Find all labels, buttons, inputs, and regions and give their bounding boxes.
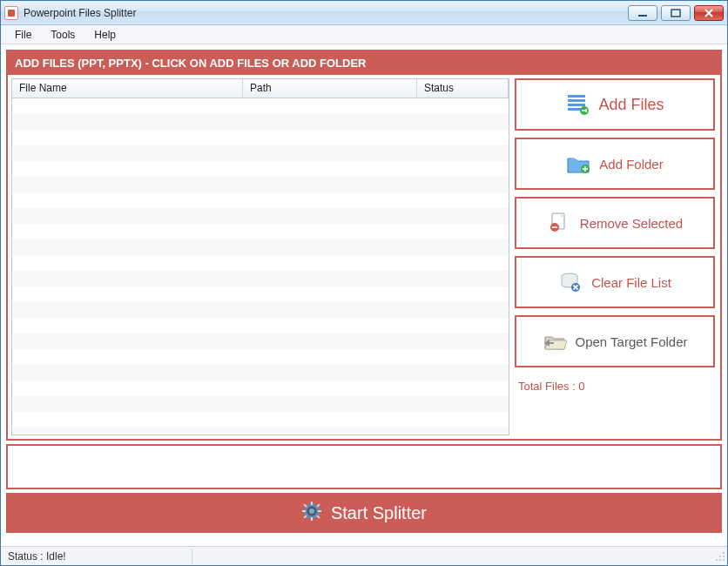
svg-rect-24 xyxy=(302,510,306,512)
close-button[interactable] xyxy=(694,5,724,21)
svg-point-34 xyxy=(723,556,725,557)
column-path[interactable]: Path xyxy=(243,79,417,98)
app-icon xyxy=(4,6,18,20)
instruction-banner: ADD FILES (PPT, PPTX) - CLICK ON ADD FIL… xyxy=(8,51,720,75)
svg-rect-22 xyxy=(311,502,313,505)
start-splitter-label: Start Splitter xyxy=(331,503,427,523)
column-filename[interactable]: File Name xyxy=(12,79,243,98)
svg-point-32 xyxy=(723,552,725,554)
clear-list-button[interactable]: Clear File List xyxy=(515,256,715,308)
add-files-icon xyxy=(565,93,590,116)
clear-list-label: Clear File List xyxy=(591,275,671,290)
grid-body[interactable] xyxy=(12,98,509,435)
main-panel: ADD FILES (PPT, PPTX) - CLICK ON ADD FIL… xyxy=(6,50,722,441)
menu-help[interactable]: Help xyxy=(85,27,125,43)
file-grid[interactable]: File Name Path Status xyxy=(11,78,509,435)
start-splitter-button[interactable]: Start Splitter xyxy=(6,493,722,533)
window-title: Powerpoint Files Splitter xyxy=(24,7,136,19)
svg-rect-4 xyxy=(568,95,585,98)
spacer-panel xyxy=(6,444,722,489)
workarea: File Name Path Status Add Files xyxy=(8,75,720,439)
add-folder-button[interactable]: Add Folder xyxy=(515,138,715,190)
svg-point-31 xyxy=(309,509,314,514)
minimize-icon xyxy=(637,9,648,17)
add-folder-icon xyxy=(566,153,590,174)
svg-rect-25 xyxy=(318,510,321,512)
open-target-label: Open Target Folder xyxy=(576,334,688,349)
grid-header: File Name Path Status xyxy=(12,79,509,98)
remove-selected-icon xyxy=(547,212,571,234)
svg-rect-1 xyxy=(671,10,680,17)
svg-rect-0 xyxy=(638,15,647,17)
svg-rect-6 xyxy=(568,104,585,106)
open-target-button[interactable]: Open Target Folder xyxy=(515,315,715,367)
column-status[interactable]: Status xyxy=(417,79,509,98)
menu-tools[interactable]: Tools xyxy=(42,27,84,43)
svg-point-37 xyxy=(723,559,725,561)
add-files-button[interactable]: Add Files xyxy=(515,78,715,131)
remove-selected-button[interactable]: Remove Selected xyxy=(515,197,715,249)
gear-icon xyxy=(301,501,322,526)
svg-rect-23 xyxy=(311,517,313,521)
close-icon xyxy=(704,9,714,17)
svg-point-35 xyxy=(716,559,718,561)
add-folder-label: Add Folder xyxy=(599,157,663,172)
total-files-label: Total Files : 0 xyxy=(515,374,715,394)
clear-list-icon xyxy=(558,271,583,293)
svg-rect-10 xyxy=(582,110,587,111)
menubar: File Tools Help xyxy=(1,25,727,44)
maximize-icon xyxy=(671,9,681,17)
open-target-icon xyxy=(543,331,567,352)
content-area: ADD FILES (PPT, PPTX) - CLICK ON ADD FIL… xyxy=(1,44,727,546)
maximize-button[interactable] xyxy=(661,5,691,21)
svg-rect-13 xyxy=(583,168,588,170)
remove-selected-label: Remove Selected xyxy=(580,216,683,231)
svg-rect-16 xyxy=(552,226,557,228)
svg-point-33 xyxy=(719,556,721,557)
titlebar: Powerpoint Files Splitter xyxy=(1,1,727,25)
svg-point-36 xyxy=(719,559,721,561)
status-text: Status : Idle! xyxy=(1,549,192,564)
add-files-label: Add Files xyxy=(598,96,664,114)
app-window: Powerpoint Files Splitter File Tools Hel… xyxy=(0,0,728,566)
statusbar: Status : Idle! xyxy=(1,546,727,565)
svg-rect-5 xyxy=(568,99,585,102)
resize-grip[interactable] xyxy=(713,549,727,563)
menu-file[interactable]: File xyxy=(6,27,40,43)
minimize-button[interactable] xyxy=(628,5,657,21)
sidebar: Add Files Add Folder Remove Selected xyxy=(513,75,720,439)
